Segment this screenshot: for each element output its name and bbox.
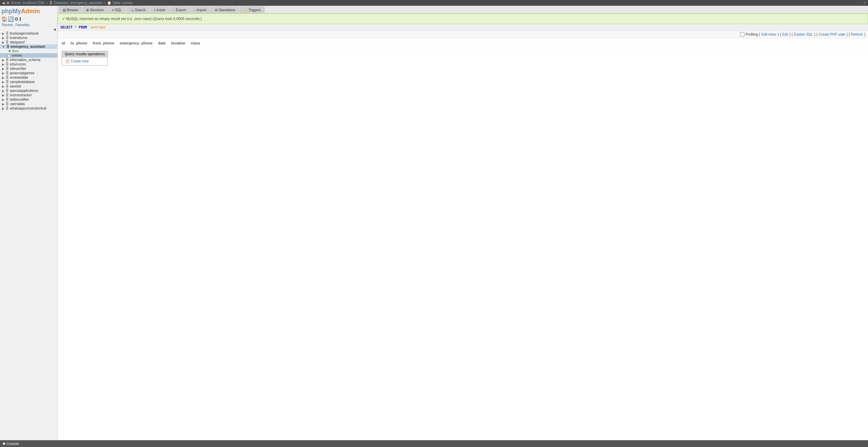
col-emergency-phone: emergency_phone xyxy=(120,41,153,45)
back-icon[interactable]: ◀ xyxy=(2,1,5,5)
sidebar-item-usersdata[interactable]: ▶🗄usersdata xyxy=(0,102,57,106)
db-list: ▶🗄bookpagenotebook ▶🗄brainstormx ▶🗄datap… xyxy=(0,31,57,111)
profiling-label: Profiling xyxy=(746,33,758,36)
create-php-code-link[interactable]: Create PHP code xyxy=(819,33,845,36)
bracket-open2: [ xyxy=(780,33,781,36)
sidebar-item-whatsappconnectionhub[interactable]: ▶🗄whatsappconnectionhub xyxy=(0,106,57,111)
sidebar-icon-row: 🏠 🔄 ⚙ ℹ xyxy=(0,16,57,22)
sql-icon: ≡ xyxy=(112,8,114,12)
bracket-close4: ] xyxy=(847,33,848,36)
tab-search[interactable]: 🔍 Search xyxy=(126,6,150,13)
logo-my: My xyxy=(13,8,21,15)
result-headers: id to_phone from_phone emergency_phone d… xyxy=(58,38,868,48)
browse-icon: ▤ xyxy=(63,8,66,12)
col-id: id xyxy=(62,41,65,45)
logo: phpMyAdmin xyxy=(1,8,40,15)
favorites-label[interactable]: Favorites xyxy=(16,23,29,27)
sidebar-toggle[interactable]: ◀ xyxy=(0,27,57,31)
tab-search-label: Search xyxy=(135,8,146,12)
col-from-phone: from_phone xyxy=(93,41,114,45)
alert-bar: MySQL returned an empty result set (i.e.… xyxy=(58,14,868,24)
sidebar-item-datapanel[interactable]: ▶🗄datapanel xyxy=(0,40,57,44)
explain-sql-link[interactable]: Explain SQL xyxy=(794,33,813,36)
query-star: * xyxy=(75,25,79,29)
refresh-icon[interactable]: 🔄 xyxy=(8,16,14,22)
bracket-close5: ] xyxy=(864,33,865,36)
nav-tabs: ▤ Browse ⊞ Structure ≡ SQL 🔍 Search + In… xyxy=(58,6,868,14)
sidebar-item-entries[interactable]: 📋entries xyxy=(0,53,57,58)
sidebar-item-new[interactable]: ✚ New xyxy=(0,49,57,53)
logo-admin: Admin xyxy=(21,8,40,15)
query-from: FROM xyxy=(79,25,87,29)
import-icon: ↓ xyxy=(194,8,196,12)
col-class: class xyxy=(191,41,200,45)
settings-icon[interactable]: ⚙ xyxy=(14,16,19,22)
bracket-close1: ] xyxy=(777,33,778,36)
sidebar-item-bookpagenotebook[interactable]: ▶🗄bookpagenotebook xyxy=(0,31,57,36)
recent-favs-bar: Recent Favorites xyxy=(0,22,57,27)
tab-operations[interactable]: ⚙ Operations xyxy=(211,6,239,13)
console-bar[interactable]: ■ Console xyxy=(0,440,868,446)
database-link[interactable]: Database: emergency_assistant xyxy=(54,1,102,5)
window-controls[interactable]: ⤢ xyxy=(863,1,866,5)
console-label: Console xyxy=(6,442,19,446)
sidebar-item-tvseriestracker[interactable]: ▶🗄tvseriestracker xyxy=(0,93,57,97)
sidebar-item-savelist[interactable]: ▶🗄savelist xyxy=(0,84,57,89)
console-icon: ■ xyxy=(3,441,5,446)
refresh-link[interactable]: Refresh xyxy=(851,33,863,36)
col-to-phone: to_phone xyxy=(71,41,87,45)
tab-import-label: Import xyxy=(197,8,206,12)
operations-icon: ⚙ xyxy=(215,8,218,12)
edit-link[interactable]: Edit xyxy=(782,33,788,36)
sep1: » xyxy=(46,1,48,5)
structure-icon: ⊞ xyxy=(86,8,89,12)
home-icon[interactable]: 🏠 xyxy=(1,16,7,22)
query-display: SELECT * FROM `entries` xyxy=(58,24,868,31)
profiling-bar: Profiling [ Edit inline ] [ Edit ] [ Exp… xyxy=(58,31,868,38)
query-results-ops-title: Query results operations xyxy=(62,51,107,57)
create-view-link[interactable]: 📋 Create view xyxy=(65,59,104,63)
query-keyword: SELECT xyxy=(60,25,73,29)
sidebar-item-reviewsdata[interactable]: ▶🗄reviewsdata xyxy=(0,75,57,80)
bracket-close3: ] xyxy=(814,33,815,36)
table-link[interactable]: Table: entries xyxy=(113,1,133,5)
sidebar-item-sampledatabase[interactable]: ▶🗄sampledatabase xyxy=(0,80,57,84)
insert-icon: + xyxy=(154,8,156,12)
sidebar-header: phpMyAdmin xyxy=(0,7,57,16)
tab-browse[interactable]: ▤ Browse xyxy=(59,6,82,13)
tab-import[interactable]: ↓ Import xyxy=(190,6,210,13)
sidebar-item-specialapplications[interactable]: ▶🗄specialapplications xyxy=(0,89,57,93)
sidebar-item-isbnverifier[interactable]: ▶🗄isbnverifier xyxy=(0,66,57,71)
tab-structure[interactable]: ⊞ Structure xyxy=(82,6,107,13)
sidebar-item-emergency-assistant[interactable]: ▼🗄emergency_assistant xyxy=(0,44,57,49)
server-link[interactable]: Server: localhost:3306 xyxy=(11,1,45,5)
tab-triggers[interactable]: ⚡ Triggers xyxy=(240,6,264,13)
col-location: location xyxy=(171,41,185,45)
col-date: date xyxy=(158,41,166,45)
tab-export[interactable]: ↑ Export xyxy=(170,6,190,13)
sidebar-item-twitternotifier[interactable]: ▶🗄twitternotifier xyxy=(0,97,57,102)
edit-inline-link[interactable]: Edit inline xyxy=(762,33,776,36)
sidebar: phpMyAdmin 🏠 🔄 ⚙ ℹ Recent Favorites ◀ ▶🗄… xyxy=(0,6,58,446)
profiling-checkbox[interactable] xyxy=(740,32,745,37)
info-icon[interactable]: ℹ xyxy=(19,16,21,22)
breadcrumb: ◀ 🖥 Server: localhost:3306 » 🗄 Database:… xyxy=(2,1,133,5)
logo-php: php xyxy=(1,8,13,15)
breadcrumb-bar: ◀ 🖥 Server: localhost:3306 » 🗄 Database:… xyxy=(0,0,868,6)
profiling-checkbox-label[interactable]: Profiling xyxy=(740,32,758,37)
sidebar-item-brainstormx[interactable]: ▶🗄brainstormx xyxy=(0,36,57,40)
create-view-label: Create view xyxy=(71,59,89,63)
server-icon: 🖥 xyxy=(6,1,9,5)
sidebar-item-javascriptgames[interactable]: ▶🗄javascriptgames xyxy=(0,71,57,75)
triggers-icon: ⚡ xyxy=(243,8,248,12)
recent-label[interactable]: Recent xyxy=(2,23,13,27)
bracket-open1: [ xyxy=(759,33,760,36)
query-table: `entries` xyxy=(89,25,107,29)
main-content: MySQL returned an empty result set (i.e.… xyxy=(58,14,868,446)
tab-sql[interactable]: ≡ SQL xyxy=(108,6,125,13)
tab-insert[interactable]: + Insert xyxy=(150,6,169,13)
query-results-ops-container: Query results operations 📋 Create view xyxy=(58,48,868,68)
sidebar-item-information-schema[interactable]: ▶🗄information_schema xyxy=(0,58,57,62)
query-results-ops-box: Query results operations 📋 Create view xyxy=(62,51,108,65)
sidebar-item-iotservices[interactable]: ▶🗄iotservices xyxy=(0,62,57,66)
